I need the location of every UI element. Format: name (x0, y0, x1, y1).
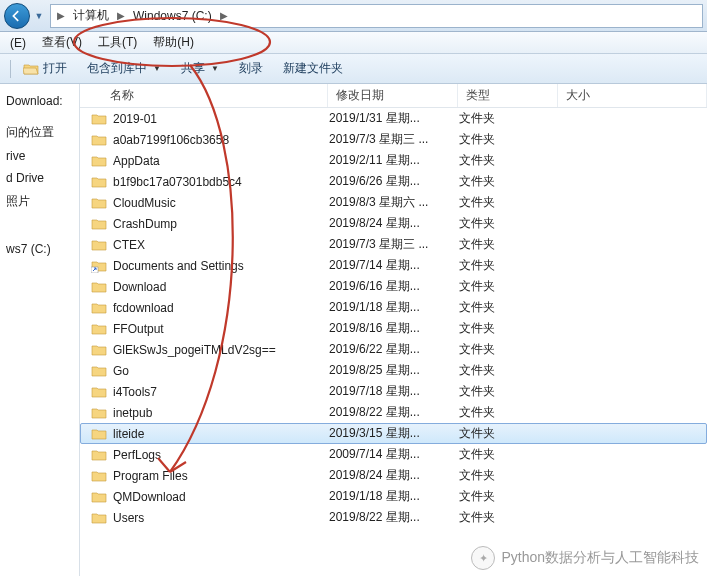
cell-date: 2019/8/22 星期... (329, 509, 459, 526)
table-row[interactable]: CloudMusic2019/8/3 星期六 ...文件夹 (80, 192, 707, 213)
file-name: inetpub (113, 406, 152, 420)
folder-icon (91, 196, 107, 210)
file-name: GlEkSwJs_pogeiTMLdV2sg== (113, 343, 276, 357)
cell-date: 2019/6/16 星期... (329, 278, 459, 295)
table-row[interactable]: FFOutput2019/8/16 星期...文件夹 (80, 318, 707, 339)
table-row[interactable]: Download2019/6/16 星期...文件夹 (80, 276, 707, 297)
cell-date: 2019/7/3 星期三 ... (329, 131, 459, 148)
header-date[interactable]: 修改日期 (328, 84, 458, 107)
nav-history-dropdown[interactable]: ▼ (32, 3, 46, 29)
folder-icon (91, 175, 107, 189)
path-segment-computer[interactable]: 计算机 (67, 7, 115, 24)
table-row[interactable]: Documents and Settings2019/7/14 星期...文件夹 (80, 255, 707, 276)
cell-type: 文件夹 (459, 404, 559, 421)
cell-name: GlEkSwJs_pogeiTMLdV2sg== (81, 343, 329, 357)
wechat-icon: ✦ (471, 546, 495, 570)
cell-type: 文件夹 (459, 446, 559, 463)
table-row[interactable]: a0ab7199f106cb36582019/7/3 星期三 ...文件夹 (80, 129, 707, 150)
file-name: CloudMusic (113, 196, 176, 210)
new-folder-button[interactable]: 新建文件夹 (273, 54, 353, 83)
cell-name: FFOutput (81, 322, 329, 336)
table-row[interactable]: b1f9bc17a07301bdb5c42019/6/26 星期...文件夹 (80, 171, 707, 192)
cell-date: 2009/7/14 星期... (329, 446, 459, 463)
folder-icon (91, 259, 107, 273)
cell-date: 2019/7/3 星期三 ... (329, 236, 459, 253)
cell-type: 文件夹 (459, 152, 559, 169)
table-row[interactable]: Program Files2019/8/24 星期...文件夹 (80, 465, 707, 486)
cell-name: Program Files (81, 469, 329, 483)
sidebar-item[interactable]: Download: (0, 90, 79, 112)
file-name: Users (113, 511, 144, 525)
table-row[interactable]: CrashDump2019/8/24 星期...文件夹 (80, 213, 707, 234)
table-row[interactable]: 2019-012019/1/31 星期...文件夹 (80, 108, 707, 129)
file-name: CrashDump (113, 217, 177, 231)
cell-type: 文件夹 (459, 215, 559, 232)
folder-icon (91, 322, 107, 336)
table-row[interactable]: CTEX2019/7/3 星期三 ...文件夹 (80, 234, 707, 255)
path-bar[interactable]: ▶ 计算机 ▶ Windows7 (C:) ▶ (50, 4, 703, 28)
folder-icon (91, 469, 107, 483)
cell-type: 文件夹 (459, 320, 559, 337)
header-name[interactable]: 名称 (80, 84, 328, 107)
table-row[interactable]: liteide2019/3/15 星期...文件夹 (80, 423, 707, 444)
cell-date: 2019/3/15 星期... (329, 425, 459, 442)
cell-date: 2019/8/24 星期... (329, 215, 459, 232)
cell-type: 文件夹 (459, 425, 559, 442)
cell-date: 2019/8/24 星期... (329, 467, 459, 484)
cell-date: 2019/8/3 星期六 ... (329, 194, 459, 211)
cell-name: QMDownload (81, 490, 329, 504)
file-name: PerfLogs (113, 448, 161, 462)
table-row[interactable]: inetpub2019/8/22 星期...文件夹 (80, 402, 707, 423)
folder-icon (91, 490, 107, 504)
cell-date: 2019/8/16 星期... (329, 320, 459, 337)
sidebar-item[interactable]: ws7 (C:) (0, 238, 79, 260)
sidebar-item[interactable]: rive (0, 145, 79, 167)
file-name: Go (113, 364, 129, 378)
open-button[interactable]: 打开 (13, 54, 77, 83)
burn-button[interactable]: 刻录 (229, 54, 273, 83)
sidebar-item[interactable]: d Drive (0, 167, 79, 189)
file-name: QMDownload (113, 490, 186, 504)
chevron-right-icon: ▶ (115, 10, 127, 21)
cell-date: 2019/6/26 星期... (329, 173, 459, 190)
sidebar-item (0, 222, 79, 230)
table-row[interactable]: fcdownload2019/1/18 星期...文件夹 (80, 297, 707, 318)
chevron-right-icon: ▶ (55, 10, 67, 21)
table-row[interactable]: QMDownload2019/1/18 星期...文件夹 (80, 486, 707, 507)
menu-edit[interactable]: (E) (2, 32, 34, 53)
include-library-button[interactable]: 包含到库中▼ (77, 54, 171, 83)
sidebar-item (0, 214, 79, 222)
header-type[interactable]: 类型 (458, 84, 558, 107)
cell-type: 文件夹 (459, 173, 559, 190)
path-segment-drive[interactable]: Windows7 (C:) (127, 9, 218, 23)
folder-icon (91, 133, 107, 147)
cell-type: 文件夹 (459, 341, 559, 358)
folder-icon (91, 280, 107, 294)
file-name: CTEX (113, 238, 145, 252)
table-row[interactable]: i4Tools72019/7/18 星期...文件夹 (80, 381, 707, 402)
menu-tool[interactable]: 工具(T) (90, 32, 145, 53)
table-row[interactable]: GlEkSwJs_pogeiTMLdV2sg==2019/6/22 星期...文… (80, 339, 707, 360)
cell-type: 文件夹 (459, 488, 559, 505)
table-row[interactable]: PerfLogs2009/7/14 星期...文件夹 (80, 444, 707, 465)
nav-back-button[interactable] (4, 3, 30, 29)
cell-name: CrashDump (81, 217, 329, 231)
share-button[interactable]: 共享▼ (171, 54, 229, 83)
table-row[interactable]: AppData2019/2/11 星期...文件夹 (80, 150, 707, 171)
header-size[interactable]: 大小 (558, 84, 707, 107)
file-name: liteide (113, 427, 144, 441)
folder-icon (91, 448, 107, 462)
sidebar-item[interactable]: 照片 (0, 189, 79, 214)
folder-icon (91, 112, 107, 126)
sidebar-item[interactable]: 问的位置 (0, 120, 79, 145)
sidebar-item (0, 112, 79, 120)
chevron-right-icon: ▶ (218, 10, 230, 21)
menu-view[interactable]: 查看(V) (34, 32, 90, 53)
toolbar: 打开 包含到库中▼ 共享▼ 刻录 新建文件夹 (0, 54, 707, 84)
table-row[interactable]: Go2019/8/25 星期...文件夹 (80, 360, 707, 381)
folder-icon (91, 238, 107, 252)
table-row[interactable]: Users2019/8/22 星期...文件夹 (80, 507, 707, 528)
open-folder-icon (23, 62, 39, 76)
cell-name: inetpub (81, 406, 329, 420)
menu-help[interactable]: 帮助(H) (145, 32, 202, 53)
